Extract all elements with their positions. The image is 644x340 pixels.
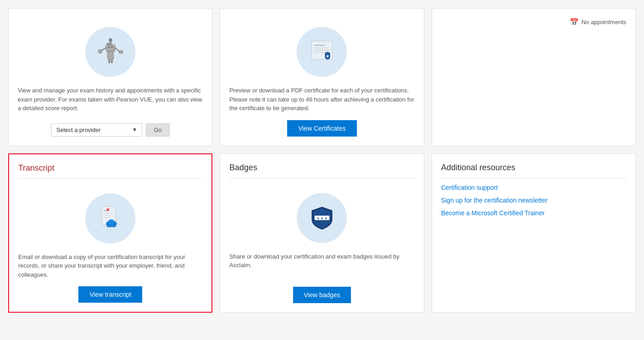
svg-rect-17: [314, 51, 327, 52]
svg-rect-10: [111, 59, 113, 63]
transcript-action: View transcript: [18, 286, 202, 303]
svg-point-30: [108, 220, 114, 225]
svg-rect-22: [104, 215, 113, 216]
badges-description: Share or download your certification and…: [229, 252, 414, 270]
svg-point-11: [108, 46, 109, 47]
svg-point-33: [320, 210, 324, 213]
appointments-body: 📅 No appointments: [441, 18, 626, 137]
calendar-icon: 📅: [570, 18, 579, 26]
svg-rect-7: [119, 51, 123, 53]
go-button[interactable]: Go: [146, 123, 169, 137]
no-appointments-text: No appointments: [582, 19, 626, 25]
view-transcript-button[interactable]: View transcript: [78, 286, 142, 303]
transcript-card: Transcript: [8, 153, 212, 313]
no-appointments-row: 📅 No appointments: [570, 18, 626, 26]
exam-history-description: View and manage your exam history and ap…: [18, 86, 203, 113]
exam-history-card: View and manage your exam history and ap…: [8, 8, 212, 146]
transcript-icon-circle: [85, 193, 135, 244]
bottom-row: Transcript: [0, 150, 644, 321]
certificates-description: Preview or download a PDF certificate fo…: [229, 86, 414, 113]
provider-select-dropdown[interactable]: Select a provider ▼: [51, 123, 142, 137]
robot-icon-circle: [85, 27, 135, 77]
badge-icon: ★ ★ ★: [307, 203, 337, 233]
badges-card: Badges ★ ★ ★ Share: [220, 153, 424, 313]
svg-point-12: [111, 46, 113, 47]
provider-select-row: Select a provider ▼ Go: [51, 123, 169, 137]
transcript-title: Transcript: [18, 163, 202, 179]
transcript-icon: [96, 203, 125, 233]
provider-select-label: Select a provider: [56, 127, 101, 133]
cert-icon: [307, 37, 337, 67]
certification-support-link[interactable]: Certification support: [441, 184, 626, 191]
badges-title: Badges: [229, 163, 414, 178]
svg-rect-14: [314, 45, 325, 46]
certificates-body: Preview or download a PDF certificate fo…: [229, 18, 414, 137]
certificates-action: View Certificates: [229, 120, 414, 137]
newsletter-link[interactable]: Sign up for the certification newsletter: [441, 197, 626, 204]
additional-resources-card: Additional resources Certification suppo…: [432, 153, 636, 313]
robot-icon: [96, 37, 125, 67]
additional-resources-title: Additional resources: [441, 163, 626, 178]
svg-rect-8: [108, 51, 113, 59]
badges-body: ★ ★ ★ Share or download your certificati…: [229, 184, 414, 304]
certificates-card: Preview or download a PDF certificate fo…: [220, 8, 424, 146]
svg-rect-3: [106, 45, 115, 51]
top-row: View and manage your exam history and ap…: [0, 0, 644, 150]
svg-rect-9: [108, 59, 110, 63]
exam-history-action: Select a provider ▼ Go: [18, 123, 203, 137]
svg-rect-16: [314, 49, 330, 50]
chevron-down-icon: ▼: [132, 127, 138, 133]
svg-point-5: [98, 49, 102, 53]
page-container: View and manage your exam history and ap…: [0, 0, 644, 340]
svg-rect-21: [104, 213, 113, 213]
svg-point-18: [326, 55, 329, 57]
view-badges-button[interactable]: View badges: [293, 287, 351, 303]
svg-rect-23: [104, 217, 111, 218]
transcript-body: Email or download a copy of your certifi…: [18, 184, 202, 303]
badges-action: View badges: [229, 287, 414, 303]
svg-rect-15: [314, 47, 330, 48]
transcript-description: Email or download a copy of your certifi…: [18, 253, 202, 279]
svg-point-2: [109, 38, 112, 41]
mct-link[interactable]: Become a Microsoft Certified Trainer: [441, 209, 626, 217]
appointments-card: 📅 No appointments: [432, 8, 636, 146]
cert-icon-circle: [297, 27, 347, 77]
badge-icon-circle: ★ ★ ★: [297, 193, 347, 243]
view-certificates-button[interactable]: View Certificates: [287, 120, 356, 137]
exam-history-body: View and manage your exam history and ap…: [18, 18, 203, 137]
svg-text:★ ★ ★: ★ ★ ★: [317, 216, 327, 220]
